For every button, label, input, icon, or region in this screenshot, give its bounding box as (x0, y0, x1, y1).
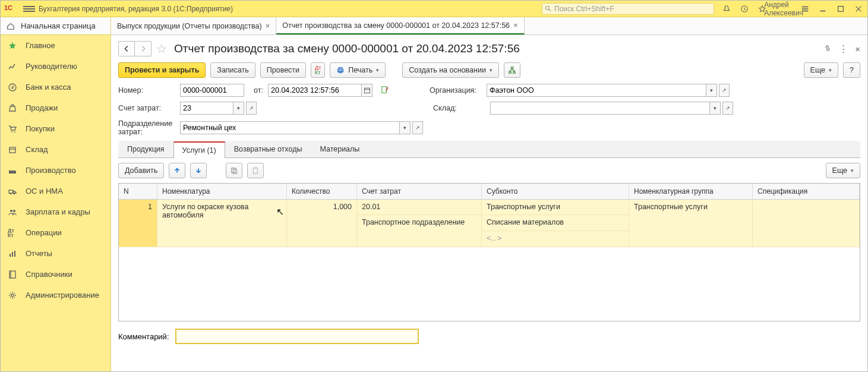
cell-n[interactable]: 1 (119, 200, 157, 247)
tab-production-reports[interactable]: Выпуск продукции (Отчеты производства)× (111, 17, 276, 34)
col-nom-group[interactable]: Номенклатурная группа (629, 184, 753, 199)
org-open-button[interactable]: ↗ (719, 84, 730, 97)
main-toolbar: Провести и закрыть Записать Провести ДтК… (118, 62, 860, 78)
dtab-materials[interactable]: Материалы (311, 141, 368, 157)
col-n[interactable]: N (119, 184, 157, 199)
sidebar-item-reports[interactable]: Отчеты (1, 243, 111, 264)
tab-production-report-doc[interactable]: Отчет производства за смену 0000-000001 … (276, 17, 524, 34)
search-input[interactable]: Поиск Ctrl+Shift+F (542, 3, 714, 15)
cell-spec[interactable] (753, 200, 860, 247)
post-and-close-button[interactable]: Провести и закрыть (118, 62, 206, 78)
paste-button[interactable] (247, 163, 264, 178)
warehouse-dropdown-button[interactable]: ▾ (710, 102, 721, 115)
sidebar-item-sales[interactable]: Продажи (1, 97, 111, 118)
menu-burger-icon[interactable] (23, 3, 35, 15)
more-vertical-icon[interactable]: ⋮ (839, 43, 848, 54)
comment-input[interactable] (175, 329, 419, 344)
cell-dept[interactable]: Транспортное подразделение (357, 215, 482, 247)
sidebar-item-main[interactable]: Главное (1, 35, 111, 56)
svg-point-15 (10, 193, 12, 194)
dept-dropdown-button[interactable]: ▾ (400, 121, 411, 134)
dtab-returns[interactable]: Возвратные отходы (225, 141, 311, 157)
org-label: Организация: (430, 86, 482, 94)
col-nomenclature[interactable]: Номенклатура (157, 184, 287, 199)
favorite-star-icon[interactable]: ☆ (156, 42, 169, 56)
status-icon[interactable] (381, 86, 389, 96)
write-button[interactable]: Записать (210, 62, 255, 78)
cell-nom-group[interactable]: Транспортные услуги (629, 200, 753, 247)
dept-input[interactable]: Ремонтный цех (180, 121, 400, 134)
number-input[interactable]: 0000-000001 (180, 84, 244, 97)
col-spec[interactable]: Спецификация (753, 184, 860, 199)
grid-more-button[interactable]: Еще▾ (826, 163, 860, 178)
sidebar-item-purchases[interactable]: Покупки (1, 118, 111, 139)
user-menu-icon[interactable] (800, 4, 810, 14)
sidebar-item-manager[interactable]: Руководителю (1, 56, 111, 77)
user-label[interactable]: Андрей Алексеевич (778, 4, 789, 14)
dtkt-button[interactable]: ДтКт (311, 62, 325, 78)
sidebar-item-admin[interactable]: Администрирование (1, 285, 111, 305)
maximize-icon[interactable] (835, 4, 846, 14)
cell-sub1[interactable]: Транспортные услуги (482, 200, 629, 215)
add-row-button[interactable]: Добавить (118, 163, 164, 178)
sidebar-item-production[interactable]: Производство (1, 160, 111, 181)
cost-acc-open-button[interactable]: ↗ (246, 102, 257, 115)
sidebar-item-catalogs[interactable]: Справочники (1, 264, 111, 285)
grid-toolbar: Добавить Еще▾ (118, 158, 860, 183)
link-icon[interactable] (823, 44, 832, 54)
cost-acc-label: Счет затрат: (118, 104, 175, 112)
cost-acc-dropdown-button[interactable]: ▾ (233, 102, 244, 115)
cell-nomenclature[interactable]: Услуги по окраске кузова автомобиля (157, 200, 287, 247)
svg-point-10 (11, 131, 12, 133)
cost-acc-input[interactable]: 23 (180, 102, 233, 115)
table-row[interactable]: 1 Услуги по окраске кузова автомобиля 1,… (119, 200, 860, 247)
page-title: Отчет производства за смену 0000-000001 … (174, 42, 819, 55)
nav-forward-button[interactable] (135, 41, 151, 56)
cell-sub3[interactable]: <...> (482, 231, 629, 247)
more-button[interactable]: Еще▾ (804, 62, 838, 78)
close-page-icon[interactable]: × (855, 44, 860, 54)
move-down-button[interactable] (190, 163, 207, 178)
col-subconto[interactable]: Субконто (482, 184, 629, 199)
sidebar-item-assets[interactable]: ОС и НМА (1, 181, 111, 201)
date-input[interactable]: 20.04.2023 12:57:56 (268, 84, 362, 97)
close-icon[interactable]: × (513, 21, 518, 30)
sidebar-item-bank[interactable]: ₽Банк и касса (1, 77, 111, 97)
chart-line-icon (8, 62, 17, 71)
post-button[interactable]: Провести (260, 62, 306, 78)
dept-open-button[interactable]: ↗ (412, 121, 423, 134)
cell-quantity[interactable]: 1,000 (287, 200, 357, 247)
svg-rect-7 (838, 6, 844, 11)
home-link[interactable]: Начальная страница (1, 17, 111, 35)
svg-text:₽: ₽ (11, 85, 14, 90)
related-docs-button[interactable] (504, 62, 520, 78)
cell-sub2[interactable]: Списание материалов (482, 215, 629, 231)
svg-rect-37 (255, 168, 257, 169)
close-icon[interactable]: × (266, 21, 270, 30)
sidebar-item-operations[interactable]: ДтКтОперации (1, 222, 111, 243)
org-dropdown-button[interactable]: ▾ (706, 84, 717, 97)
warehouse-open-button[interactable]: ↗ (722, 102, 733, 115)
close-window-icon[interactable] (853, 4, 864, 14)
create-based-button[interactable]: Создать на основании▾ (402, 62, 499, 78)
sidebar-item-warehouse[interactable]: Склад (1, 139, 111, 160)
print-button[interactable]: Печать▾ (330, 62, 386, 78)
cell-acc[interactable]: 20.01 (357, 200, 482, 215)
org-input[interactable]: Фаэтон ООО (487, 84, 706, 97)
move-up-button[interactable] (169, 163, 185, 178)
page-header: ☆ Отчет производства за смену 0000-00000… (118, 41, 860, 56)
calendar-button[interactable] (362, 84, 373, 97)
dtab-products[interactable]: Продукция (118, 141, 173, 157)
arrow-down-icon (194, 166, 203, 175)
minimize-icon[interactable] (818, 4, 828, 14)
bell-icon[interactable] (721, 4, 732, 14)
col-quantity[interactable]: Количество (287, 184, 357, 199)
warehouse-input[interactable] (490, 102, 710, 115)
dtab-services[interactable]: Услуги (1) (173, 141, 225, 158)
nav-back-button[interactable] (118, 41, 135, 56)
help-button[interactable]: ? (843, 62, 860, 78)
copy-button[interactable] (226, 163, 242, 178)
col-cost-account[interactable]: Счет затрат (357, 184, 482, 199)
history-icon[interactable] (739, 4, 750, 14)
sidebar-item-hr[interactable]: Зарплата и кадры (1, 201, 111, 222)
